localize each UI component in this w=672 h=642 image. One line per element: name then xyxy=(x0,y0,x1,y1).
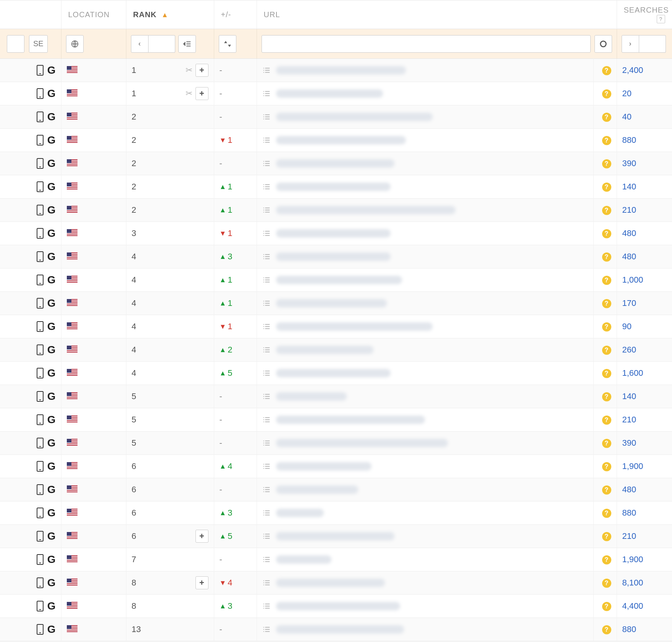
url-cell[interactable] xyxy=(257,525,594,548)
url-cell[interactable] xyxy=(257,82,594,105)
url-cell[interactable] xyxy=(257,59,594,82)
rank-filter-input[interactable] xyxy=(149,35,175,53)
url-filter-input[interactable] xyxy=(262,35,591,53)
table-row[interactable]: G4▲1 ?170 xyxy=(0,292,672,315)
device-filter-button[interactable] xyxy=(7,35,24,53)
add-button[interactable]: + xyxy=(195,64,208,77)
rank-list-button[interactable] xyxy=(178,35,196,53)
searches-cell[interactable]: 210 xyxy=(617,408,672,432)
searches-filter-input[interactable] xyxy=(639,35,666,53)
warning-icon[interactable]: ? xyxy=(602,136,611,145)
table-row[interactable]: G5- ?210 xyxy=(0,408,672,432)
searches-next-button[interactable]: › xyxy=(622,35,639,53)
warning-icon[interactable]: ? xyxy=(602,485,611,495)
url-cell[interactable] xyxy=(257,338,594,362)
searches-cell[interactable]: 260 xyxy=(617,338,672,362)
url-cell[interactable] xyxy=(257,478,594,501)
table-row[interactable]: G4▼1 ?90 xyxy=(0,315,672,338)
add-button[interactable]: + xyxy=(195,87,208,100)
table-row[interactable]: G2- ?40 xyxy=(0,105,672,129)
table-row[interactable]: G6▲3 ?880 xyxy=(0,501,672,525)
url-cell[interactable] xyxy=(257,199,594,222)
url-cell[interactable] xyxy=(257,408,594,432)
table-row[interactable]: G1✂+- ?2,400 xyxy=(0,59,672,82)
searches-cell[interactable]: 390 xyxy=(617,152,672,175)
searches-cell[interactable]: 210 xyxy=(617,199,672,222)
table-row[interactable]: G6+▲5 ?210 xyxy=(0,525,672,548)
warning-icon[interactable]: ? xyxy=(602,299,611,308)
url-cell[interactable] xyxy=(257,455,594,478)
header-url[interactable]: URL xyxy=(257,0,617,29)
url-cell[interactable] xyxy=(257,268,594,292)
url-cell[interactable] xyxy=(257,618,594,641)
warning-icon[interactable]: ? xyxy=(602,625,611,634)
header-change[interactable]: +/- xyxy=(214,0,257,29)
warning-icon[interactable]: ? xyxy=(602,509,611,518)
table-row[interactable]: G4▲3 ?480 xyxy=(0,245,672,268)
searches-cell[interactable]: 1,900 xyxy=(617,455,672,478)
warning-icon[interactable]: ? xyxy=(602,89,611,99)
table-row[interactable]: G2▼1 ?880 xyxy=(0,129,672,152)
searches-cell[interactable]: 4,400 xyxy=(617,595,672,618)
searches-cell[interactable]: 480 xyxy=(617,245,672,268)
rank-prev-button[interactable]: ‹ xyxy=(131,35,149,53)
table-row[interactable]: G6- ?480 xyxy=(0,478,672,501)
searches-cell[interactable]: 1,600 xyxy=(617,362,672,385)
searches-cell[interactable]: 880 xyxy=(617,129,672,152)
table-row[interactable]: G4▲2 ?260 xyxy=(0,338,672,362)
search-engine-filter-button[interactable]: SE xyxy=(29,35,48,53)
table-row[interactable]: G2▲1 ?210 xyxy=(0,199,672,222)
table-row[interactable]: G4▲5 ?1,600 xyxy=(0,362,672,385)
url-cell[interactable] xyxy=(257,129,594,152)
table-row[interactable]: G8▲3 ?4,400 xyxy=(0,595,672,618)
warning-icon[interactable]: ? xyxy=(602,159,611,168)
table-row[interactable]: G2- ?390 xyxy=(0,152,672,175)
warning-icon[interactable]: ? xyxy=(602,579,611,588)
header-location[interactable]: LOCATION xyxy=(61,0,126,29)
searches-cell[interactable]: 170 xyxy=(617,292,672,315)
url-cell[interactable] xyxy=(257,362,594,385)
searches-cell[interactable]: 140 xyxy=(617,385,672,408)
warning-icon[interactable]: ? xyxy=(602,206,611,215)
warning-icon[interactable]: ? xyxy=(602,346,611,355)
table-row[interactable]: G1✂+- ?20 xyxy=(0,82,672,105)
url-cell[interactable] xyxy=(257,105,594,129)
table-row[interactable]: G4▲1 ?1,000 xyxy=(0,268,672,292)
url-reset-button[interactable] xyxy=(594,35,612,53)
table-row[interactable]: G13- ?880 xyxy=(0,618,672,641)
warning-icon[interactable]: ? xyxy=(602,392,611,401)
warning-icon[interactable]: ? xyxy=(602,113,611,122)
searches-cell[interactable]: 480 xyxy=(617,478,672,501)
searches-cell[interactable]: 480 xyxy=(617,222,672,245)
searches-cell[interactable]: 1,900 xyxy=(617,548,672,571)
table-row[interactable]: G7- ?1,900 xyxy=(0,548,672,571)
add-button[interactable]: + xyxy=(195,530,208,543)
warning-icon[interactable]: ? xyxy=(602,439,611,448)
url-cell[interactable] xyxy=(257,571,594,595)
searches-cell[interactable]: 390 xyxy=(617,432,672,455)
table-row[interactable]: G6▲4 ?1,900 xyxy=(0,455,672,478)
warning-icon[interactable]: ? xyxy=(602,183,611,192)
url-cell[interactable] xyxy=(257,292,594,315)
url-cell[interactable] xyxy=(257,595,594,618)
warning-icon[interactable]: ? xyxy=(602,229,611,238)
url-cell[interactable] xyxy=(257,385,594,408)
searches-cell[interactable]: 8,100 xyxy=(617,571,672,595)
searches-cell[interactable]: 40 xyxy=(617,105,672,129)
location-filter-button[interactable] xyxy=(66,35,84,53)
warning-icon[interactable]: ? xyxy=(602,416,611,425)
header-searches[interactable]: SEARCHES ? xyxy=(617,0,672,29)
searches-cell[interactable]: 880 xyxy=(617,501,672,525)
change-filter-button[interactable] xyxy=(219,35,236,53)
warning-icon[interactable]: ? xyxy=(602,66,611,75)
url-cell[interactable] xyxy=(257,548,594,571)
table-row[interactable]: G5- ?390 xyxy=(0,432,672,455)
warning-icon[interactable]: ? xyxy=(602,322,611,332)
url-cell[interactable] xyxy=(257,501,594,525)
warning-icon[interactable]: ? xyxy=(602,276,611,285)
table-row[interactable]: G5- ?140 xyxy=(0,385,672,408)
warning-icon[interactable]: ? xyxy=(602,532,611,541)
searches-cell[interactable]: 20 xyxy=(617,82,672,105)
warning-icon[interactable]: ? xyxy=(602,369,611,378)
searches-cell[interactable]: 90 xyxy=(617,315,672,338)
